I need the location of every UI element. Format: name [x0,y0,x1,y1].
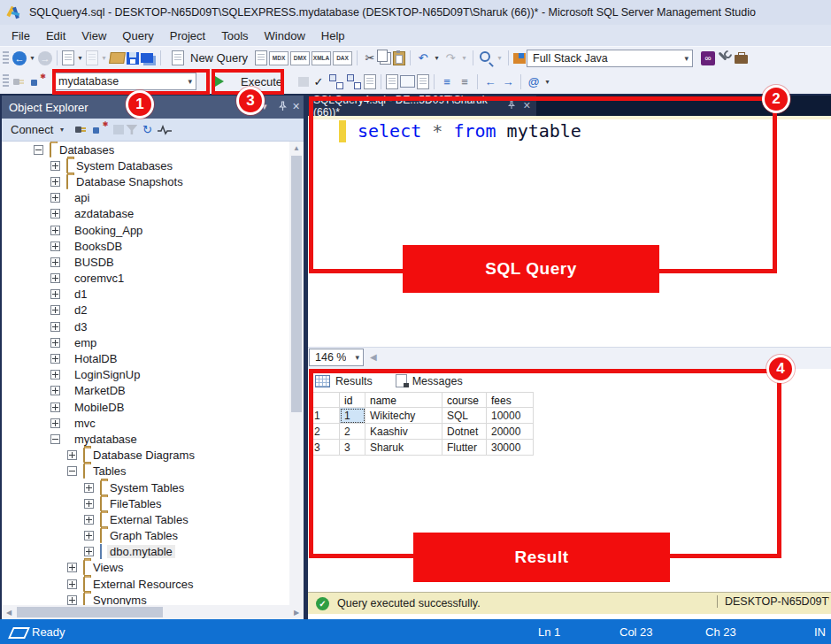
results-to-text-icon[interactable] [386,74,398,89]
scroll-left-icon[interactable]: ◀ [2,609,16,617]
tree-item-database-snapshots[interactable]: Database Snapshots [2,173,289,189]
expand-icon[interactable] [84,515,94,525]
tree-item-dbo-mytable[interactable]: dbo.mytable [2,544,289,560]
tree-item-external-tables[interactable]: External Tables [2,511,289,527]
new-project-icon[interactable] [62,50,74,65]
tree-item-d2[interactable]: d2 [2,303,289,318]
expand-icon[interactable] [50,418,60,428]
tree-item-mvc[interactable]: mvc [2,415,289,431]
collapse-icon[interactable] [50,434,60,444]
tree-item-mydatabase[interactable]: mydatabase [2,431,289,447]
tree-item-system-databases[interactable]: System Databases [2,157,289,173]
scroll-right-icon[interactable]: ▶ [289,609,304,617]
tree-item-filetables[interactable]: FileTables [2,495,289,511]
tree-item-coremvc1[interactable]: coremvc1 [2,271,289,287]
expand-icon[interactable] [50,370,60,380]
expand-icon[interactable] [50,354,60,364]
menu-window[interactable]: Window [257,27,313,45]
menu-edit[interactable]: Edit [38,27,73,45]
tree-vertical-scrollbar[interactable]: ▲ ▼ [289,142,304,644]
wrench-icon[interactable] [717,50,733,66]
new-query-button[interactable]: New Query [165,49,254,67]
expand-icon[interactable] [50,305,60,315]
expand-icon[interactable] [67,450,77,460]
undo-dropdown-icon[interactable]: ▾ [433,50,441,66]
expand-icon[interactable] [67,563,77,572]
expand-icon[interactable] [50,322,60,332]
open-file-icon[interactable] [109,52,126,64]
tree-item-api[interactable]: api [2,190,289,206]
horizontal-scroll-thumb[interactable] [17,607,163,617]
save-all-icon[interactable] [141,53,153,63]
cut-icon[interactable]: ✂ [362,50,378,66]
solution-configurations-combo-dropdown-icon[interactable]: ▾ [685,54,689,63]
expand-icon[interactable] [50,177,60,187]
expand-icon[interactable] [84,547,94,556]
tree-item-views[interactable]: Views [2,560,289,576]
parse-icon[interactable]: ✓ [311,73,327,90]
undo-icon[interactable]: ↶ [415,50,431,66]
new-query-doc-icon[interactable] [255,50,267,65]
expand-icon[interactable] [50,386,60,395]
copy-icon[interactable] [380,52,391,65]
editor-zoom-combo[interactable]: 146 % ▾ [309,349,364,366]
template-parameters-icon[interactable]: @ [526,73,542,90]
expand-icon[interactable] [50,161,60,171]
expand-icon[interactable] [67,579,77,589]
expand-icon[interactable] [84,531,94,540]
new-dmx-query-icon[interactable]: DMX [290,51,310,65]
expand-icon[interactable] [67,595,77,605]
tree-item-booking-app[interactable]: Booking_App [2,222,289,238]
menu-project[interactable]: Project [162,27,213,45]
new-mdx-query-icon[interactable]: MDX [269,51,289,65]
vertical-scroll-thumb[interactable] [291,156,302,412]
tree-item-busdb[interactable]: BUSDB [2,254,289,270]
close-icon[interactable]: ✕ [292,101,300,112]
toolbar-grip[interactable] [3,74,9,88]
live-query-stats-icon[interactable] [346,73,362,90]
tree-item-graph-tables[interactable]: Graph Tables [2,528,289,544]
vs-extension-icon[interactable]: ∞ [701,51,715,65]
menu-view[interactable]: View [73,27,114,45]
find-icon[interactable] [478,50,494,66]
save-icon[interactable] [127,52,139,65]
tree-item-hotaldb[interactable]: HotalDB [2,350,289,366]
connect-button[interactable]: Connect [7,121,57,138]
activity-monitor-icon[interactable] [157,121,173,138]
results-to-grid-icon[interactable] [400,75,415,88]
decrease-indent-icon[interactable]: ← [482,73,498,90]
editor-results-splitter[interactable] [308,347,831,370]
new-xmla-query-icon[interactable]: XMLA [312,51,331,65]
toolbox-icon[interactable] [735,55,748,64]
tree-item-azdatabase[interactable]: azdatabase [2,206,289,222]
tree-horizontal-scrollbar[interactable]: ◀ ▶ [2,605,304,619]
tree-item-d1[interactable]: d1 [2,287,289,303]
tree-item-emp[interactable]: emp [2,334,289,350]
expand-icon[interactable] [50,402,60,412]
tree-item-marketdb[interactable]: MarketDB [2,383,289,399]
expand-icon[interactable] [84,499,94,509]
navigate-marker-icon[interactable] [513,53,526,64]
filter-icon[interactable] [126,125,137,134]
tree-item-external-resources[interactable]: External Resources [2,576,289,592]
scroll-up-icon[interactable]: ▲ [289,142,304,155]
tree-item-databases[interactable]: Databases [2,142,289,157]
tree-item-database-diagrams[interactable]: Database Diagrams [2,448,289,464]
new-project-dropdown-icon[interactable]: ▾ [76,50,84,66]
change-connection-icon[interactable] [30,73,46,90]
uncomment-icon[interactable]: ≡ [457,73,473,90]
menu-query[interactable]: Query [114,27,161,45]
menu-file[interactable]: File [4,27,38,45]
expand-icon[interactable] [84,483,94,493]
tree-item-mobiledb[interactable]: MobileDB [2,399,289,415]
pin-icon[interactable] [278,101,288,113]
nav-back-icon[interactable]: ← [12,51,27,65]
estimated-plan-icon[interactable] [328,73,344,90]
expand-icon[interactable] [50,193,60,203]
connect-dropdown-icon[interactable]: ▾ [58,121,65,138]
editor-hscroll-left-icon[interactable]: ◀ [370,352,377,362]
collapse-icon[interactable] [67,466,77,476]
nav-back-dropdown-icon[interactable]: ▾ [28,50,36,66]
toolbar-overflow-icon[interactable]: ▾ [543,73,551,90]
tree-item-booksdb[interactable]: BooksDB [2,238,289,254]
